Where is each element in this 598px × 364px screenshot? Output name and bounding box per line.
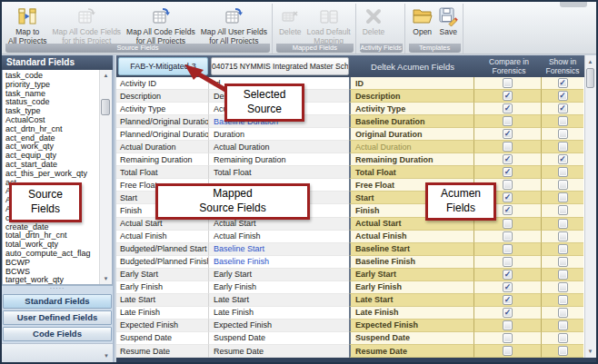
show-cell [542, 320, 583, 332]
source-field-cell[interactable]: Early Finish [116, 281, 209, 294]
compare-checkbox[interactable]: ✓ [503, 91, 513, 101]
mapped-field-cell[interactable]: Late Finish [209, 307, 349, 320]
compare-checkbox[interactable] [503, 142, 513, 152]
show-checkbox[interactable] [558, 320, 568, 330]
compare-checkbox[interactable] [503, 346, 513, 356]
source-field-cell[interactable]: Budgeted/Planned Finish [116, 256, 209, 269]
mapped-field-cell[interactable]: Late Start [209, 294, 349, 307]
source-field-cell[interactable]: Total Float [116, 166, 209, 179]
show-checkbox[interactable]: ✓ [558, 91, 568, 101]
sidebar-tab-code-fields[interactable]: Code Fields [3, 327, 112, 341]
show-checkbox[interactable] [558, 180, 568, 190]
show-checkbox[interactable] [558, 270, 568, 280]
compare-checkbox[interactable] [503, 257, 513, 267]
mapped-field-cell[interactable]: Expected Finish [209, 320, 349, 332]
compare-checkbox[interactable]: ✓ [503, 295, 513, 305]
compare-checkbox[interactable]: ✓ [503, 154, 513, 164]
show-checkbox[interactable] [558, 295, 568, 305]
show-checkbox[interactable] [558, 129, 568, 139]
table-row: Total FloatTotal FloatTotal Float✓ [116, 166, 585, 179]
show-checkbox[interactable] [558, 116, 568, 126]
compare-checkbox[interactable]: ✓ [503, 129, 513, 139]
sidebar-splitter-handle[interactable]: ····· [2, 285, 113, 292]
compare-checkbox[interactable] [503, 180, 513, 190]
mapped-field-cell[interactable]: Early Finish [209, 281, 349, 294]
mapped-field-cell[interactable]: Duration [209, 128, 349, 141]
mapped-field-cell[interactable]: Baseline Finish [209, 256, 349, 269]
source-field-cell[interactable]: Planned/Original Duration [116, 128, 209, 141]
source-field-cell[interactable]: Planned/Original Duration [116, 115, 209, 128]
show-cell [542, 345, 583, 358]
mapped-field-cell[interactable]: Resume Date [209, 345, 349, 358]
show-checkbox[interactable] [558, 142, 568, 152]
scroll-up-icon[interactable]: ▲ [585, 56, 595, 67]
compare-checkbox[interactable] [503, 116, 513, 126]
source-field-cell[interactable]: Late Finish [116, 307, 209, 320]
sidebar-tab-standard-fields[interactable]: Standard Fields [3, 294, 112, 309]
list-item[interactable]: act_this_per_work_qty [5, 170, 99, 179]
sidebar-tab-user-defined-fields[interactable]: User Defined Fields [3, 310, 112, 325]
mapped-field-cell[interactable]: Total Float [209, 166, 349, 179]
source-field-cell[interactable]: Late Start [116, 294, 209, 307]
show-checkbox[interactable] [558, 192, 568, 202]
source-field-cell[interactable]: Suspend Date [116, 332, 209, 345]
mapped-field-cell[interactable]: Early Start [209, 269, 349, 281]
show-checkbox[interactable] [558, 333, 568, 343]
scroll-down-icon[interactable]: ▼ [585, 346, 595, 357]
compare-checkbox[interactable] [503, 219, 513, 229]
compare-checkbox[interactable]: ✓ [503, 308, 513, 318]
scroll-down-icon[interactable]: ▼ [100, 273, 112, 284]
map-all-code-fields-for-all-projects-button[interactable]: Map All Code Fields for All Projects [124, 4, 198, 48]
save-button[interactable]: Save [436, 4, 461, 39]
mapped-field-cell[interactable]: Remaining Duration [209, 153, 349, 166]
show-checkbox[interactable] [558, 346, 568, 356]
compare-checkbox[interactable]: ✓ [503, 270, 513, 280]
source-field-cell[interactable]: Budgeted/Planned Start [116, 243, 209, 256]
ribbon-group-label: Activity Fields [360, 44, 403, 53]
compare-checkbox[interactable]: ✓ [503, 205, 513, 215]
show-checkbox[interactable] [558, 244, 568, 254]
show-checkbox[interactable]: ✓ [558, 103, 568, 113]
compare-checkbox[interactable]: ✓ [503, 167, 513, 177]
acumen-field-cell: ID [349, 77, 474, 90]
open-button[interactable]: Open [409, 4, 436, 39]
map-all-user-fields-for-all-projects-button[interactable]: Map All User Fields for All Projects [198, 4, 270, 48]
source-field-cell[interactable]: Remaining Duration [116, 153, 209, 166]
source-field-cell[interactable]: Activity Type [116, 103, 209, 115]
mapped-field-cell[interactable]: Actual Finish [209, 231, 349, 243]
source-field-cell[interactable]: Early Start [116, 269, 209, 281]
scroll-up-icon[interactable]: ▲ [100, 70, 112, 81]
show-checkbox[interactable] [558, 308, 568, 318]
source-field-cell[interactable]: Actual Finish [116, 231, 209, 243]
show-checkbox[interactable] [558, 257, 568, 267]
show-checkbox[interactable] [558, 167, 568, 177]
show-checkbox[interactable]: ✓ [558, 78, 568, 88]
mapped-field-cell[interactable]: Suspend Date [209, 332, 349, 345]
compare-checkbox[interactable] [503, 78, 513, 88]
delete-button: Delete [360, 4, 388, 39]
compare-checkbox[interactable]: ✓ [503, 282, 513, 292]
compare-checkbox[interactable] [503, 333, 513, 343]
scrollbar-thumb[interactable] [586, 68, 594, 88]
show-checkbox[interactable] [558, 219, 568, 229]
mapped-field-cell[interactable]: Actual Duration [209, 141, 349, 153]
chevron-down-icon[interactable]: ▼ [104, 353, 109, 359]
compare-checkbox[interactable]: ✓ [503, 103, 513, 113]
compare-checkbox[interactable] [503, 320, 513, 330]
show-checkbox[interactable] [558, 282, 568, 292]
table-row: Early StartEarly StartEarly Start✓ [116, 269, 585, 281]
compare-checkbox[interactable]: ✓ [503, 192, 513, 202]
source-field-cell[interactable]: Actual Duration [116, 141, 209, 153]
source-field-cell[interactable]: Expected Finish [116, 320, 209, 332]
ribbon-group-mapped-fields: DeleteLoad Default MappingMapped Fields [274, 4, 356, 54]
map-to-all-projects-button[interactable]: Map to All Projects [5, 4, 50, 48]
source-field-cell[interactable]: Resume Date [116, 345, 209, 358]
show-checkbox[interactable] [558, 231, 568, 241]
mapped-field-cell[interactable]: Baseline Start [209, 243, 349, 256]
compare-checkbox[interactable] [503, 231, 513, 241]
scrollbar-thumb[interactable] [101, 99, 110, 115]
show-checkbox[interactable]: ✓ [558, 154, 568, 164]
show-checkbox[interactable] [558, 205, 568, 215]
show-cell: ✓ [542, 103, 583, 115]
compare-checkbox[interactable] [503, 244, 513, 254]
